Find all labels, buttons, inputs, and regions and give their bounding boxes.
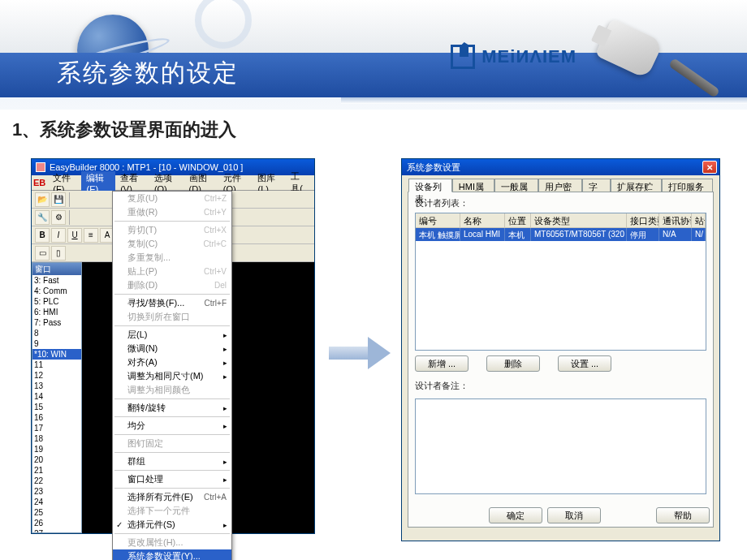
menu-item[interactable]: 微调(N) xyxy=(113,342,231,355)
menu-item[interactable]: 寻找/替换(F)...Ctrl+F xyxy=(113,296,231,310)
tree-item[interactable]: 26 xyxy=(32,518,81,528)
logo-text: MEiИΛIEM xyxy=(481,46,576,67)
menu-item: 选择下一个元件 xyxy=(113,504,231,518)
edit-dropdown-menu: 复原(U)Ctrl+Z重做(R)Ctrl+Y剪切(T)Ctrl+X复制(C)Ct… xyxy=(112,191,232,560)
col-header[interactable]: 位置 xyxy=(505,213,531,227)
memo-textarea[interactable] xyxy=(415,398,706,494)
save-icon[interactable]: 💾 xyxy=(51,192,66,207)
app-icon xyxy=(36,162,45,172)
tab-2[interactable]: 一般属性 xyxy=(494,179,538,192)
device-list-label: 设计者列表： xyxy=(415,197,706,209)
tab-0[interactable]: 设备列表 xyxy=(408,179,452,192)
tree-item[interactable]: 12 xyxy=(32,370,81,381)
menu-item: 复原(U)Ctrl+Z xyxy=(113,192,231,205)
add-button[interactable]: 新增 ... xyxy=(415,355,468,372)
toolbar-separator xyxy=(69,192,71,207)
tree-item[interactable]: 21 xyxy=(32,465,81,476)
tab-5[interactable]: 扩展存贮器 xyxy=(611,179,662,192)
align-left-icon[interactable]: ≡ xyxy=(84,228,98,243)
dialog-footer: 确定 取消 帮助 xyxy=(489,507,710,523)
tree-item[interactable]: 18 xyxy=(32,433,81,444)
slide-banner: 系统参数的设定 MEiИΛIEM xyxy=(0,0,747,110)
menu-item[interactable]: 层(L) xyxy=(113,328,231,342)
menu-item: 贴上(P)Ctrl+V xyxy=(113,265,231,278)
menu-item[interactable]: 选择所有元件(E)Ctrl+A xyxy=(113,490,231,504)
menu-item: 删除(D)Del xyxy=(113,278,231,292)
tree-item[interactable]: 16 xyxy=(32,412,81,423)
menu-item[interactable]: 均分 xyxy=(113,419,231,433)
table-row[interactable]: 本机 触摸屏Local HMI本机MT6056T/MT8056T (320 x … xyxy=(416,228,706,241)
align-icon[interactable]: ▭ xyxy=(35,246,50,261)
tab-6[interactable]: 打印服务器 xyxy=(662,179,713,192)
tree-item[interactable]: 23 xyxy=(32,486,81,497)
tree-item[interactable]: 11 xyxy=(32,360,81,370)
cell: 本机 触摸屏 xyxy=(416,228,460,241)
tree-item[interactable]: 25 xyxy=(32,507,81,518)
col-header[interactable]: 接口类型 xyxy=(627,213,659,227)
tree-item[interactable]: 24 xyxy=(32,497,81,507)
close-icon[interactable]: ✕ xyxy=(702,161,717,174)
col-header[interactable]: 通讯协议 xyxy=(659,213,692,227)
dialog-tabs: 设备列表HMI属性一般属性用户密码字体扩展存贮器打印服务器 xyxy=(402,175,719,192)
menu-separator xyxy=(114,533,230,534)
col-header[interactable]: 设备类型 xyxy=(531,213,627,227)
tree-item[interactable]: *10: WIN xyxy=(32,349,81,360)
tree-item[interactable]: 5: PLC xyxy=(32,296,81,307)
col-header[interactable]: 名称 xyxy=(460,213,505,227)
settings-button[interactable]: 设置 ... xyxy=(558,355,611,372)
tree-item[interactable]: 7: Pass xyxy=(32,317,81,328)
help-button[interactable]: 帮助 xyxy=(656,507,710,523)
menu-separator xyxy=(114,434,230,435)
menu-separator xyxy=(114,221,230,222)
underline-icon[interactable]: U xyxy=(67,228,82,243)
tab-body: 设计者列表： 编号名称位置设备类型接口类型通讯协议站号 本机 触摸屏Local … xyxy=(408,192,714,528)
menu-item[interactable]: 系统参数设置(Y)... xyxy=(113,549,231,560)
memo-label: 设计者备注： xyxy=(415,380,706,392)
menu-item[interactable]: 窗口处理 xyxy=(113,472,231,486)
window-tree[interactable]: 窗口 3: Fast4: Comm5: PLC6: HMI7: Pass89*1… xyxy=(32,262,82,533)
tree-item[interactable]: 4: Comm xyxy=(32,286,81,296)
menu-item[interactable]: 调整为相同尺寸(M) xyxy=(113,369,231,383)
tree-item[interactable]: 20 xyxy=(32,454,81,465)
open-icon[interactable]: 📂 xyxy=(35,192,50,207)
cell: N/A xyxy=(659,228,692,241)
device-grid[interactable]: 编号名称位置设备类型接口类型通讯协议站号 本机 触摸屏Local HMI本机MT… xyxy=(415,213,706,351)
tree-item[interactable]: 13 xyxy=(32,381,81,391)
tree-item[interactable]: 3: Fast xyxy=(32,275,81,286)
menu-item[interactable]: 选择元件(S) xyxy=(113,518,231,532)
ok-button[interactable]: 确定 xyxy=(489,507,542,523)
tree-item[interactable]: 8 xyxy=(32,328,81,338)
distribute-icon[interactable]: ▯ xyxy=(51,246,66,261)
dialog-titlebar[interactable]: 系统参数设置 ✕ xyxy=(402,159,719,175)
menu-item[interactable]: 翻转/旋转 xyxy=(113,401,231,415)
col-header[interactable]: 站号 xyxy=(692,213,706,227)
menu-item[interactable]: 群组 xyxy=(113,454,231,468)
horizontal-scrollbar[interactable]: ◂ ▸ xyxy=(416,350,706,351)
italic-icon[interactable]: I xyxy=(51,228,66,243)
gear-icon[interactable]: ⚙ xyxy=(51,210,66,225)
menu-item[interactable]: 对齐(A) xyxy=(113,355,231,369)
tab-4[interactable]: 字体 xyxy=(582,179,611,192)
menu-separator xyxy=(114,325,230,326)
tree-item[interactable]: 27 xyxy=(32,528,81,533)
tree-item[interactable]: 15 xyxy=(32,402,81,412)
delete-button[interactable]: 删除 xyxy=(486,355,540,372)
system-params-dialog: 系统参数设置 ✕ 设备列表HMI属性一般属性用户密码字体扩展存贮器打印服务器 设… xyxy=(401,158,720,541)
logo-mark-icon xyxy=(451,45,475,69)
cell: MT6056T/MT8056T (320 x 234) xyxy=(531,228,627,241)
cancel-button[interactable]: 取消 xyxy=(547,507,601,523)
tree-item[interactable]: 19 xyxy=(32,444,81,454)
tree-item[interactable]: 14 xyxy=(32,391,81,402)
tab-3[interactable]: 用户密码 xyxy=(538,179,582,192)
tree-item[interactable]: 6: HMI xyxy=(32,307,81,317)
tree-item[interactable]: 9 xyxy=(32,338,81,349)
menu-item: 重做(R)Ctrl+Y xyxy=(113,205,231,219)
col-header[interactable]: 编号 xyxy=(416,213,460,227)
tree-item[interactable]: 22 xyxy=(32,476,81,486)
bold-icon[interactable]: B xyxy=(35,228,50,243)
easybuilder-window: EasyBuilder 8000 : MTP1 - [10 - WINDOW_0… xyxy=(31,158,315,534)
wrench-icon[interactable]: 🔧 xyxy=(35,210,50,225)
tree-item[interactable]: 17 xyxy=(32,423,81,433)
tab-1[interactable]: HMI属性 xyxy=(452,179,494,192)
shortcut-label: Ctrl+F xyxy=(205,299,227,308)
